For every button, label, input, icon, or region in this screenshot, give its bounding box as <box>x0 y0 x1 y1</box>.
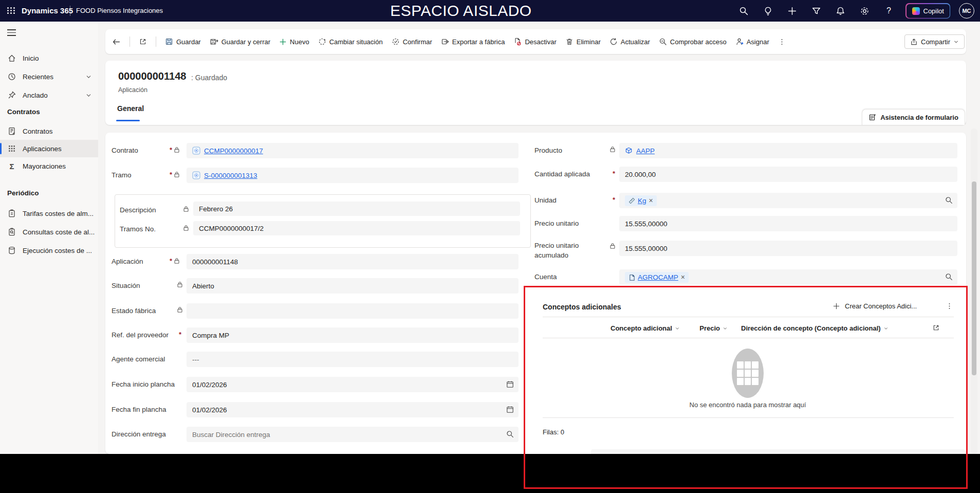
create-concepto-adicional-button[interactable]: Crear Conceptos Adici... <box>833 302 917 310</box>
copilot-logo-icon <box>912 7 920 15</box>
field-label-contrato: Contrato <box>112 147 138 154</box>
confirm-button[interactable]: Confirmar <box>392 38 432 46</box>
settings-gear-icon[interactable] <box>860 6 870 16</box>
field-fecha-fin[interactable]: 01/02/2026 <box>187 402 519 417</box>
remove-unidad-icon[interactable]: × <box>649 197 653 204</box>
sidebar-item-consultas-coste[interactable]: Consultas coste de al... <box>0 223 98 241</box>
producto-link[interactable]: AAPP <box>636 147 655 155</box>
export-to-factory-button[interactable]: Exportar a fábrica <box>441 38 505 46</box>
required-asterisk: * <box>613 196 615 204</box>
field-producto[interactable]: AAPP <box>619 143 957 158</box>
field-ref-proveedor[interactable]: Compra MP <box>187 327 519 343</box>
notifications-bell-icon[interactable] <box>836 6 845 16</box>
field-label-precio-unitario: Precio unitario <box>534 220 579 227</box>
app-launcher-waffle-icon[interactable] <box>7 7 15 14</box>
user-avatar[interactable]: MC <box>959 3 974 19</box>
unidad-chip[interactable]: Kg × <box>625 195 657 206</box>
change-status-button[interactable]: Cambiar situación <box>318 38 383 46</box>
quick-create-plus-icon[interactable] <box>787 6 797 16</box>
save-and-close-button[interactable]: Guardar y cerrar <box>210 38 270 46</box>
column-header-precio[interactable]: Precio <box>693 324 728 332</box>
unidad-link[interactable]: Kg <box>638 197 646 205</box>
contrato-link[interactable]: CCMP0000000017 <box>204 147 263 155</box>
lightbulb-icon[interactable] <box>763 6 773 16</box>
open-subgrid-icon[interactable] <box>932 324 940 332</box>
cuenta-link[interactable]: AGROCAMP <box>638 273 678 281</box>
search-icon[interactable] <box>945 196 953 204</box>
field-situacion[interactable]: Abierto <box>187 278 519 294</box>
delete-button[interactable]: Eliminar <box>565 38 601 46</box>
sidebar-item-ejecucion-costes[interactable]: Ejecución costes de ... <box>0 242 98 259</box>
filter-icon[interactable] <box>811 6 821 16</box>
refresh-button[interactable]: Actualizar <box>609 38 650 46</box>
chevron-down-icon[interactable] <box>85 74 92 80</box>
plus-icon <box>833 302 840 310</box>
subgrid-footer-div <box>543 417 954 418</box>
remove-cuenta-icon[interactable]: × <box>681 273 685 281</box>
field-contrato[interactable]: CCMP0000000017 <box>187 143 519 158</box>
environment-name[interactable]: FOOD Piensos Integraciones <box>76 7 163 14</box>
field-estado-fabrica[interactable] <box>187 303 519 319</box>
calendar-icon[interactable] <box>506 380 514 388</box>
sidebar-item-aplicaciones[interactable]: Aplicaciones <box>0 140 98 157</box>
field-unidad[interactable]: Kg × <box>619 193 957 208</box>
sidebar-item-contratos[interactable]: Contratos <box>0 122 98 140</box>
field-marks <box>177 281 183 288</box>
app-name[interactable]: Dynamics 365 <box>22 6 73 15</box>
cuenta-chip[interactable]: AGROCAMP × <box>625 272 689 283</box>
sidebar-item-recientes[interactable]: Recientes <box>0 68 98 85</box>
field-tramo[interactable]: S-000000001313 <box>187 168 519 183</box>
field-label-cuenta: Cuenta <box>534 273 557 281</box>
field-precio-acumulado[interactable]: 15.555,00000 <box>619 241 957 256</box>
field-agente-comercial[interactable]: --- <box>187 352 519 367</box>
more-commands-button[interactable] <box>778 38 786 46</box>
open-in-new-window-button[interactable] <box>139 38 147 46</box>
tramo-link[interactable]: S-000000001313 <box>204 172 257 179</box>
scrollbar-thumb[interactable] <box>972 181 976 375</box>
field-fecha-inicio[interactable]: 01/02/2026 <box>187 377 519 392</box>
subgrid-divider <box>543 317 954 317</box>
collapse-sidebar-hamburger-icon[interactable] <box>7 29 16 36</box>
subgrid-more-commands-button[interactable] <box>946 302 953 310</box>
lock-icon <box>609 243 616 249</box>
field-cuenta[interactable]: AGROCAMP × <box>619 269 957 285</box>
change-status-icon <box>318 38 326 46</box>
sidebar-item-anclado[interactable]: Anclado <box>0 86 98 104</box>
site-map-sidebar: Inicio Recientes Anclado Contratos Contr… <box>0 22 98 454</box>
lock-icon <box>174 171 180 178</box>
field-direccion-entrega[interactable]: Buscar Dirección entrega <box>187 427 519 442</box>
chevron-down-icon[interactable] <box>85 92 92 99</box>
help-icon[interactable]: ? <box>884 6 894 16</box>
search-icon[interactable] <box>506 430 514 438</box>
field-tramos-no[interactable]: CCMP0000000017/2 <box>193 221 520 235</box>
share-button[interactable]: Compartir <box>904 34 965 49</box>
sidebar-item-mayoraciones[interactable]: Σ Mayoraciones <box>0 157 98 175</box>
save-button[interactable]: Guardar <box>165 38 201 46</box>
assign-button[interactable]: Asignar <box>735 38 769 46</box>
search-icon[interactable] <box>945 273 953 281</box>
new-button[interactable]: Nuevo <box>279 38 309 46</box>
field-label-aplicacion: Aplicación <box>112 258 143 265</box>
back-button[interactable] <box>112 38 121 46</box>
check-access-button[interactable]: Comprobar acceso <box>659 38 727 46</box>
field-label-producto: Producto <box>534 147 562 154</box>
field-descripcion[interactable]: Febrero 26 <box>193 202 520 216</box>
sidebar-item-tarifas-costes[interactable]: Tarifas costes de alm... <box>0 205 98 222</box>
copilot-button[interactable]: Copilot <box>905 3 950 19</box>
field-marks: * <box>179 331 181 338</box>
form-assist-button[interactable]: Asistencia de formulario <box>862 109 965 125</box>
chevron-down-icon <box>675 326 680 331</box>
column-header-concepto-adicional[interactable]: Concepto adicional <box>611 324 680 332</box>
field-precio-unitario[interactable]: 15.555,00000 <box>619 216 957 231</box>
sidebar-item-inicio[interactable]: Inicio <box>0 49 98 67</box>
field-aplicacion[interactable]: 000000001148 <box>187 254 519 269</box>
deactivate-button[interactable]: Desactivar <box>513 38 556 46</box>
lock-icon <box>183 225 189 231</box>
lock-icon <box>183 206 189 212</box>
column-header-direccion-concepto[interactable]: Dirección de concepto (Concepto adiciona… <box>741 324 889 332</box>
subgrid-row-count: Filas: 0 <box>543 428 564 436</box>
tab-general[interactable]: General <box>117 104 144 113</box>
calendar-icon[interactable] <box>506 406 514 413</box>
field-cantidad-aplicada[interactable]: 20.000,00 <box>619 167 957 182</box>
search-icon[interactable] <box>739 6 749 16</box>
